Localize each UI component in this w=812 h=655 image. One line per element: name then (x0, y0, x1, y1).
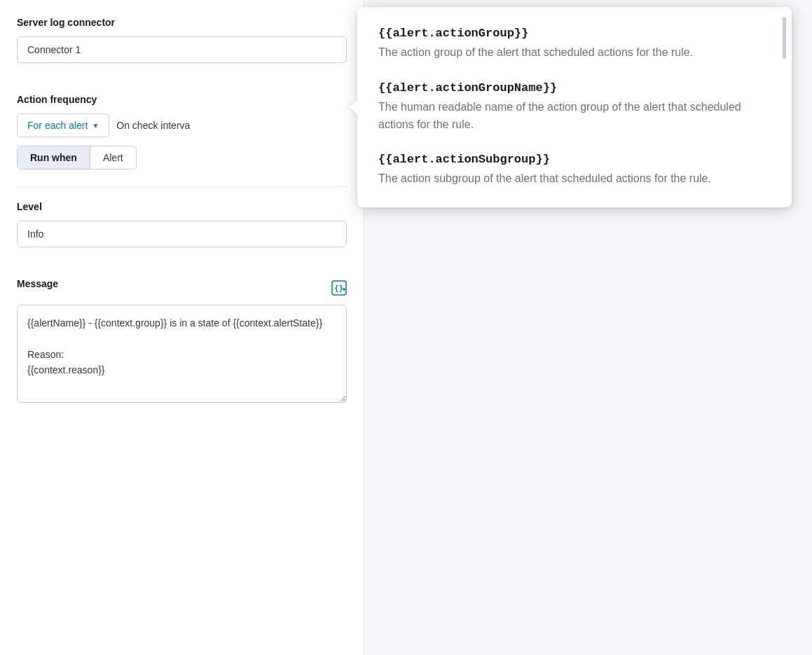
level-input[interactable] (17, 221, 347, 247)
connector-label: Server log connector (17, 17, 347, 28)
svg-text:{}: {} (334, 284, 343, 293)
run-when-tab[interactable]: Run when (18, 146, 90, 169)
popover-code-3: {{alert.actionSubgroup}} (378, 153, 771, 166)
popover-desc-1: The action group of the alert that sched… (378, 46, 693, 58)
divider (17, 186, 347, 187)
message-header: Message {} (17, 278, 347, 298)
message-section: Message {} {{alertName}} - {{context.gro… (17, 278, 347, 406)
action-frequency-row: For each alert ▼ On check interva (17, 113, 347, 137)
run-when-tabs: Run when Alert (17, 146, 137, 170)
connector-input[interactable] (17, 36, 347, 63)
popover-code-2: {{alert.actionGroupName}} (378, 81, 771, 95)
popover: {{alert.actionGroup}} The action group o… (357, 7, 792, 207)
connector-section: Server log connector (17, 17, 347, 80)
add-variable-icon: {} (331, 280, 347, 296)
popover-item-1: {{alert.actionGroup}} The action group o… (378, 27, 771, 62)
message-label: Message (17, 278, 58, 289)
popover-scrollbar[interactable] (783, 17, 786, 59)
alert-tab[interactable]: Alert (90, 146, 136, 169)
on-check-interval-text: On check interva (116, 120, 190, 131)
popover-item-2: {{alert.actionGroupName}} The human read… (378, 81, 771, 134)
level-label: Level (17, 201, 347, 212)
dropdown-label-text: For each alert (27, 120, 88, 131)
action-frequency-section: Action frequency For each alert ▼ On che… (17, 94, 347, 170)
popover-desc-3: The action subgroup of the alert that sc… (378, 172, 711, 184)
popover-desc-2: The human readable name of the action gr… (378, 101, 741, 130)
popover-item-3: {{alert.actionSubgroup}} The action subg… (378, 153, 771, 188)
popover-code-1: {{alert.actionGroup}} (378, 27, 771, 40)
for-each-alert-dropdown[interactable]: For each alert ▼ (17, 113, 109, 137)
left-panel: Server log connector Action frequency Fo… (0, 0, 364, 655)
message-textarea[interactable]: {{alertName}} - {{context.group}} is in … (17, 305, 347, 403)
chevron-down-icon: ▼ (92, 122, 99, 130)
action-frequency-label: Action frequency (17, 94, 347, 105)
level-section: Level (17, 201, 347, 264)
add-variable-button[interactable]: {} (331, 280, 347, 296)
